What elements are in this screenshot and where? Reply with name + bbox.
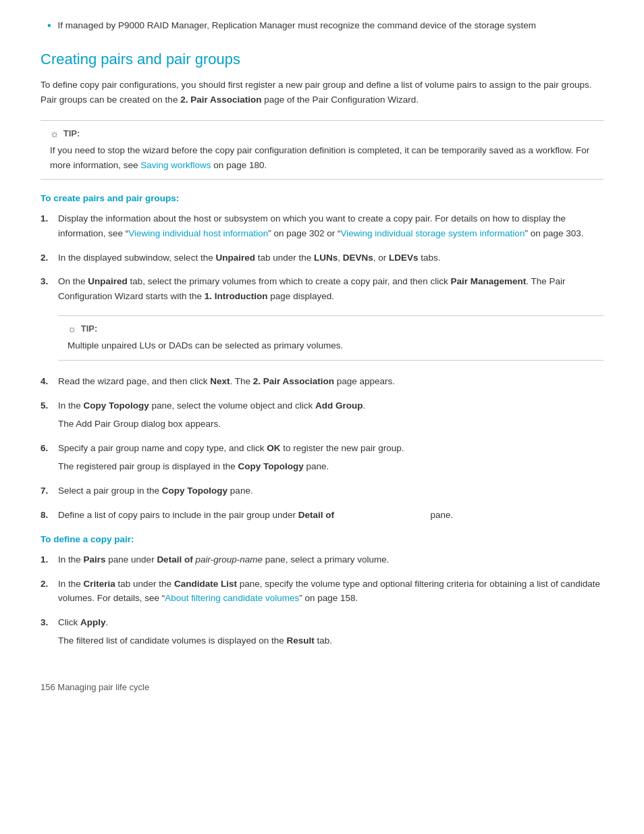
section-heading: Creating pairs and pair groups (41, 51, 603, 68)
step-3-number: 3. (41, 274, 58, 289)
step-4-content: Read the wizard page, and then click Nex… (58, 374, 603, 389)
tip1-after: on page 180. (211, 160, 267, 170)
bullet-dot-icon: • (47, 20, 51, 32)
define-step-3-number: 3. (41, 615, 58, 630)
tip-icon-2: ☼ (68, 323, 77, 334)
about-filtering-link[interactable]: About filtering candidate volumes (165, 593, 299, 603)
tip-label-2: TIP: (81, 323, 98, 334)
sub-heading-2: To define a copy pair: (41, 534, 603, 544)
define-step-3-sub: The filtered list of candidate volumes i… (58, 633, 603, 648)
step-2-content: In the displayed subwindow, select the U… (58, 251, 603, 265)
step-2-number: 2. (41, 251, 58, 265)
tip-box-2: ☼ TIP: Multiple unpaired LUs or DADs can… (58, 315, 603, 361)
steps-list-2: 4. Read the wizard page, and then click … (41, 374, 603, 522)
define-step-1-content: In the Pairs pane under Detail of pair-g… (58, 552, 603, 567)
step-4-item: 4. Read the wizard page, and then click … (41, 374, 603, 389)
define-step-1-number: 1. (41, 552, 58, 567)
step-6-number: 6. (41, 441, 58, 456)
bullet-text: If managed by P9000 RAID Manager, Replic… (58, 20, 536, 30)
saving-workflows-link[interactable]: Saving workflows (140, 160, 211, 170)
define-step-3-item: 3. Click Apply. The filtered list of can… (41, 615, 603, 648)
tip1-text: If you need to stop the wizard before th… (50, 145, 589, 170)
bullet-item: • If managed by P9000 RAID Manager, Repl… (41, 20, 603, 32)
tip-header-2: ☼ TIP: (68, 323, 594, 334)
step-1-content: Display the information about the host o… (58, 211, 603, 240)
step-1-item: 1. Display the information about the hos… (41, 211, 603, 240)
intro-text2: page of the Pair Configuration Wizard. (261, 95, 419, 105)
step-4-number: 4. (41, 374, 58, 389)
steps-list-3: 1. In the Pairs pane under Detail of pai… (41, 552, 603, 648)
tip-content-1: If you need to stop the wizard before th… (50, 143, 594, 172)
define-step-2-content: In the Criteria tab under the Candidate … (58, 577, 603, 606)
tip-content-2: Multiple unpaired LUs or DADs can be sel… (68, 338, 594, 353)
step-3-content: On the Unpaired tab, select the primary … (58, 274, 603, 303)
step-5-item: 5. In the Copy Topology pane, select the… (41, 398, 603, 432)
intro-paragraph: To define copy pair configurations, you … (41, 78, 603, 107)
step-8-item: 8. Define a list of copy pairs to includ… (41, 508, 603, 523)
step-6-item: 6. Specify a pair group name and copy ty… (41, 441, 603, 474)
tip-box-1: ☼ TIP: If you need to stop the wizard be… (41, 120, 603, 180)
define-step-2-item: 2. In the Criteria tab under the Candida… (41, 577, 603, 606)
footer-text: Managing pair life cycle (55, 682, 149, 692)
step-1-number: 1. (41, 211, 58, 226)
intro-bold: 2. Pair Association (180, 95, 261, 105)
viewing-storage-link[interactable]: Viewing individual storage system inform… (341, 228, 525, 238)
step-6-content: Specify a pair group name and copy type,… (58, 441, 603, 474)
tip-header-1: ☼ TIP: (50, 128, 594, 139)
step-7-item: 7. Select a pair group in the Copy Topol… (41, 484, 603, 498)
page-footer: 156 Managing pair life cycle (41, 675, 603, 692)
step-2-item: 2. In the displayed subwindow, select th… (41, 251, 603, 265)
step-7-content: Select a pair group in the Copy Topology… (58, 484, 603, 498)
viewing-host-link[interactable]: Viewing individual host information (128, 228, 268, 238)
step-8-content: Define a list of copy pairs to include i… (58, 508, 603, 523)
steps-list-1: 1. Display the information about the hos… (41, 211, 603, 303)
sub-heading-1: To create pairs and pair groups: (41, 193, 603, 203)
bullet-section: • If managed by P9000 RAID Manager, Repl… (41, 20, 603, 32)
tip-label-1: TIP: (63, 128, 80, 138)
step-5-number: 5. (41, 398, 58, 413)
define-step-3-content: Click Apply. The filtered list of candid… (58, 615, 603, 648)
tip-icon-1: ☼ (50, 128, 59, 139)
step-3-item: 3. On the Unpaired tab, select the prima… (41, 274, 603, 303)
step-6-sub: The registered pair group is displayed i… (58, 459, 603, 474)
step-5-sub: The Add Pair Group dialog box appears. (58, 417, 603, 432)
footer-page-number: 156 (41, 682, 55, 692)
define-step-1-item: 1. In the Pairs pane under Detail of pai… (41, 552, 603, 567)
step-7-number: 7. (41, 484, 58, 498)
define-step-2-number: 2. (41, 577, 58, 592)
step-5-content: In the Copy Topology pane, select the vo… (58, 398, 603, 432)
step-8-number: 8. (41, 508, 58, 523)
